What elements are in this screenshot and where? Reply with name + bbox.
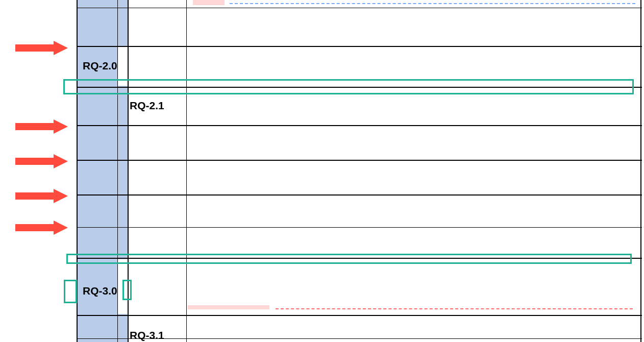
red-dashed-lower	[276, 308, 633, 310]
diagram-stage: RQ-2.0 RQ-2.1 RQ-3.0 RQ-3.1	[0, 0, 644, 342]
pink-mark-lower	[188, 305, 269, 309]
teal-highlight-small-right	[122, 280, 132, 300]
arrow-icon	[15, 189, 71, 203]
blue-dashed-top	[230, 3, 635, 5]
hline-row	[77, 227, 642, 228]
hline-row	[77, 46, 642, 47]
arrow-icon	[15, 221, 71, 235]
teal-highlight-band-1	[63, 79, 634, 94]
arrow-icon	[15, 41, 71, 55]
hline-row	[77, 8, 642, 8]
hline-row	[77, 160, 642, 161]
arrow-icon	[15, 119, 71, 134]
teal-highlight-small-left	[64, 280, 77, 303]
arrow-icon	[15, 154, 71, 168]
teal-highlight-band-2	[66, 254, 632, 264]
label-rq-2-0: RQ-2.0	[83, 60, 117, 72]
vline-col2	[117, 0, 118, 342]
hline-row	[77, 194, 642, 196]
label-rq-2-1: RQ-2.1	[130, 100, 164, 112]
pink-mark-top	[193, 0, 225, 5]
label-rq-3-0: RQ-3.0	[83, 285, 117, 297]
label-rq-3-1: RQ-3.1	[130, 329, 164, 341]
hline-row	[77, 315, 642, 316]
vline-outer-right	[640, 0, 641, 342]
hline-row	[77, 125, 642, 126]
vline-col4	[186, 0, 187, 342]
